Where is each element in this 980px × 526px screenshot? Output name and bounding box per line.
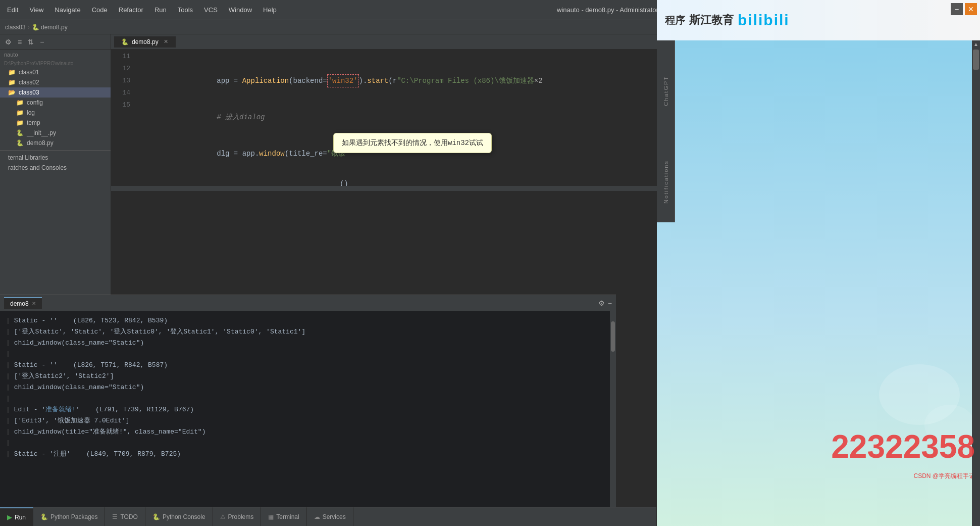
sidebar-item-temp[interactable]: 📁 temp <box>0 118 111 128</box>
bottom-tab-services[interactable]: ☁ Services <box>307 507 353 526</box>
console-content[interactable]: | Static - '' (L826, T523, R842, B539) |… <box>0 311 610 507</box>
console-line-6: | ['登入Static2', 'Static2'] <box>6 371 604 382</box>
menu-code[interactable]: Code <box>90 5 110 15</box>
console-line-10: | ['Edit3', '饿饭加速器 7.0Edit'] <box>6 415 604 426</box>
number-display: 22322358 <box>831 428 975 465</box>
sidebar-item-init[interactable]: 🐍 __init__.py <box>0 128 111 138</box>
terminal-icon: ▦ <box>268 513 274 520</box>
bottom-toolbar: ▶ Run 🐍 Python Packages ☰ TODO 🐍 Python … <box>0 507 656 526</box>
console-line-3: | child_window(class_name="Static") <box>6 338 604 349</box>
breadcrumb-class03[interactable]: class03 <box>5 24 26 31</box>
overlay-close-button[interactable]: ✕ <box>965 3 977 15</box>
console-area: demo8 ✕ ⚙ − | Static - '' (L826, T523, R… <box>0 295 616 507</box>
csdn-label: CSDN @学亮编程手记 <box>913 472 975 481</box>
menu-navigate[interactable]: Navigate <box>53 5 82 15</box>
program-label: 程序 <box>665 14 685 27</box>
console-line-7: | child_window(class_name="Static") <box>6 382 604 393</box>
brand-label: 斯江教育 <box>689 13 734 28</box>
menu-vcs[interactable]: VCS <box>202 5 220 15</box>
menu-edit[interactable]: Edit <box>5 5 20 15</box>
bottom-tab-python-packages[interactable]: 🐍 Python Packages <box>33 507 105 526</box>
bili-logo: bilibili <box>738 12 790 29</box>
sidebar-item-scratches[interactable]: ratches and Consoles <box>0 163 111 173</box>
console-scrollbar-thumb[interactable] <box>611 321 615 352</box>
overlay-header: 程序 斯江教育 bilibili ✕ − <box>657 0 980 40</box>
editor-tab-close[interactable]: ✕ <box>164 38 168 45</box>
breadcrumb-sep: › <box>28 24 30 31</box>
sidebar-item-demo8[interactable]: 🐍 demo8.py <box>0 138 111 148</box>
editor-tab-demo8[interactable]: 🐍 demo8.py ✕ <box>114 36 176 47</box>
sidebar-arrows-btn[interactable]: ⇅ <box>26 37 36 47</box>
scrollbar-thumb[interactable] <box>973 50 979 70</box>
console-settings-btn[interactable]: ⚙ <box>598 299 605 307</box>
console-scrollbar[interactable] <box>610 311 616 507</box>
bottom-tab-run[interactable]: ▶ Run <box>0 507 33 526</box>
bottom-tab-problems[interactable]: ⚠ Problems <box>213 507 262 526</box>
sidebar: ⚙ ≡ ⇅ − nauto D:\PythonPro\VIPPRO\winaut… <box>0 34 111 295</box>
sidebar-item-class02[interactable]: 📁 class02 <box>0 77 111 87</box>
right-side-overlay: 程序 斯江教育 bilibili ✕ − 22322358 CSDN @学亮编程… <box>657 0 980 526</box>
bottom-tab-todo[interactable]: ☰ TODO <box>105 507 145 526</box>
menu-run[interactable]: Run <box>152 5 169 15</box>
console-line-11: | child_window(title="准备就绪!", class_name… <box>6 426 604 438</box>
sidebar-path: nauto <box>0 50 111 60</box>
notifications-panel[interactable]: Notifications <box>657 141 675 222</box>
sidebar-item-log[interactable]: 📁 log <box>0 108 111 118</box>
notifications-label: Notifications <box>663 156 669 208</box>
sidebar-item-config[interactable]: 📁 config <box>0 98 111 108</box>
sidebar-toolbar: ⚙ ≡ ⇅ − <box>0 34 111 50</box>
console-line-4: | <box>6 349 604 360</box>
sidebar-item-class03[interactable]: 📂 class03 <box>0 87 111 98</box>
console-line-1: | Static - '' (L826, T523, R842, B539) <box>6 315 604 326</box>
tooltip-box: 如果遇到元素找不到的情况，使用win32试试 <box>333 133 492 153</box>
console-line-12: | <box>6 438 604 449</box>
console-line-9: | Edit - '准备就绪!' (L791, T739, R1129, B76… <box>6 404 604 415</box>
packages-icon: 🐍 <box>40 513 48 520</box>
sidebar-item-class01[interactable]: 📁 class01 <box>0 67 111 77</box>
scrollbar-up-btn[interactable]: ▲ <box>972 40 979 47</box>
console-tab-close[interactable]: ✕ <box>32 301 36 306</box>
sidebar-full-path: D:\PythonPro\VIPPRO\winauto <box>0 60 111 67</box>
sidebar-divider <box>0 150 111 151</box>
services-icon: ☁ <box>314 513 320 520</box>
console-icon: 🐍 <box>152 513 160 520</box>
console-tab-demo8[interactable]: demo8 ✕ <box>4 297 42 309</box>
bottom-tab-python-console[interactable]: 🐍 Python Console <box>145 507 213 526</box>
chatgpt-label: ChatGPT <box>663 76 669 106</box>
sidebar-item-libraries[interactable]: ternal Libraries <box>0 153 111 163</box>
menu-refactor[interactable]: Refactor <box>117 5 145 15</box>
sidebar-settings-btn[interactable]: ⚙ <box>3 37 14 47</box>
menu-help[interactable]: Help <box>261 5 279 15</box>
console-line-8: | <box>6 393 604 404</box>
console-minimize-btn[interactable]: − <box>608 299 612 307</box>
menu-bar[interactable]: Edit View Navigate Code Refactor Run Too… <box>5 5 279 15</box>
console-tab-bar: demo8 ✕ ⚙ − <box>0 295 616 311</box>
line-numbers: 11 12 13 14 15 <box>111 50 135 191</box>
menu-view[interactable]: View <box>27 5 45 15</box>
bottom-tab-terminal[interactable]: ▦ Terminal <box>261 507 306 526</box>
sidebar-collapse-btn[interactable]: ≡ <box>16 37 24 47</box>
todo-icon: ☰ <box>112 513 118 520</box>
console-toolbar-right: ⚙ − <box>598 299 612 307</box>
console-line-2: | ['登入Static', 'Static', '登入Static0', '登… <box>6 326 604 338</box>
problems-icon: ⚠ <box>220 513 226 520</box>
console-wrapper: | Static - '' (L826, T523, R842, B539) |… <box>0 311 616 507</box>
overlay-min-button[interactable]: − <box>951 3 963 15</box>
console-line-5: | Static - '' (L826, T571, R842, B587) <box>6 360 604 371</box>
console-line-13: | Static - '注册' (L849, T709, R879, B725) <box>6 449 604 460</box>
sidebar-minus-btn[interactable]: − <box>38 37 46 47</box>
menu-tools[interactable]: Tools <box>176 5 195 15</box>
chatgpt-panel[interactable]: ChatGPT <box>657 40 675 141</box>
run-icon: ▶ <box>7 513 12 521</box>
menu-window[interactable]: Window <box>227 5 254 15</box>
breadcrumb-file[interactable]: 🐍 demo8.py <box>32 24 68 31</box>
